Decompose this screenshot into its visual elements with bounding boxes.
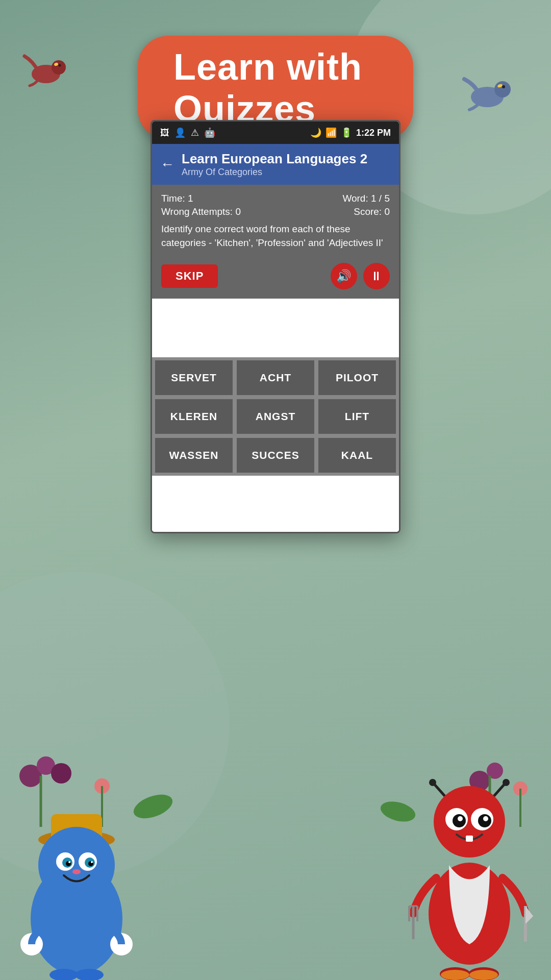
control-row: SKIP 🔊 ⏸: [152, 257, 399, 299]
wifi-icon: 📶: [325, 127, 337, 138]
skip-button[interactable]: SKIP: [161, 264, 218, 288]
wrong-stat: Wrong Attempts: 0: [161, 206, 241, 217]
word-label-wassen: WASSEN: [169, 449, 218, 461]
blue-blob-character: [10, 786, 143, 980]
bottom-area: [152, 476, 399, 532]
word-label: Word:: [342, 193, 368, 204]
svg-rect-50: [466, 836, 473, 842]
header-text-group: Learn European Languages 2 Army Of Categ…: [182, 151, 367, 178]
header-subtitle: Army Of Categories: [182, 167, 367, 178]
score-value: 0: [384, 206, 390, 217]
status-bar: 🖼 👤 ⚠ 🤖 🌙 📶 🔋 1:22 PM: [152, 121, 399, 144]
status-left-icons: 🖼 👤 ⚠ 🤖: [160, 127, 215, 138]
word-button-servet[interactable]: SERVET: [154, 359, 234, 396]
word-label-angst: ANGST: [256, 410, 296, 422]
word-button-wassen[interactable]: WASSEN: [154, 437, 234, 474]
bird-top-left: [20, 46, 77, 92]
svg-point-33: [91, 861, 93, 863]
quiz-stats-row-1: Time: 1 Word: 1 / 5: [161, 193, 390, 204]
svg-point-43: [434, 786, 505, 857]
svg-point-3: [502, 85, 505, 88]
svg-point-48: [458, 816, 463, 821]
status-right-icons: 🌙 📶 🔋 1:22 PM: [310, 127, 391, 138]
word-label-piloot: PILOOT: [336, 372, 379, 383]
time-display: 1:22 PM: [356, 128, 391, 138]
word-label-succes: SUCCES: [252, 449, 299, 461]
icon-buttons-group: 🔊 ⏸: [331, 263, 390, 289]
title-text: Learn with Quizzes: [173, 46, 362, 129]
wrong-value: 0: [235, 206, 241, 217]
svg-point-7: [59, 64, 61, 67]
word-button-piloot[interactable]: PILOOT: [317, 359, 397, 396]
app-header: ← Learn European Languages 2 Army Of Cat…: [152, 144, 399, 185]
score-label: Score:: [354, 206, 382, 217]
word-label-servet: SERVET: [171, 372, 217, 383]
word-label-acht: ACHT: [260, 372, 291, 383]
svg-point-1: [494, 81, 511, 97]
quiz-stats-row-2: Wrong Attempts: 0 Score: 0: [161, 206, 390, 217]
pause-icon: ⏸: [370, 269, 383, 283]
bird-top-right: [454, 66, 520, 117]
word-stat: Word: 1 / 5: [342, 193, 390, 204]
word-button-kaal[interactable]: KAAL: [317, 437, 397, 474]
warning-icon: ⚠: [191, 127, 199, 138]
quiz-description: Identify one correct word from each of t…: [161, 223, 390, 250]
svg-point-42: [503, 779, 510, 786]
score-stat: Score: 0: [354, 206, 390, 217]
time-label: Time:: [161, 193, 185, 204]
quiz-info-panel: Time: 1 Word: 1 / 5 Wrong Attempts: 0 Sc…: [152, 185, 399, 257]
sound-icon: 🔊: [336, 269, 352, 283]
sound-button[interactable]: 🔊: [331, 263, 357, 289]
battery-icon: 🔋: [341, 127, 352, 138]
time-stat: Time: 1: [161, 193, 193, 204]
pause-button[interactable]: ⏸: [363, 263, 390, 289]
svg-point-60: [441, 970, 469, 980]
wrong-label: Wrong Attempts:: [161, 206, 233, 217]
svg-point-49: [483, 816, 488, 821]
header-title: Learn European Languages 2: [182, 151, 367, 167]
word-button-lift[interactable]: LIFT: [317, 398, 397, 435]
moon-icon: 🌙: [310, 127, 321, 138]
back-button[interactable]: ←: [160, 156, 174, 173]
svg-point-10: [51, 763, 71, 783]
words-grid: SERVET ACHT PILOOT KLEREN ANGST LIFT WAS…: [152, 357, 399, 476]
android-icon: 🤖: [204, 127, 215, 138]
red-bug-character: [398, 776, 541, 980]
person-icon: 👤: [174, 127, 186, 138]
svg-point-25: [38, 827, 115, 903]
svg-point-61: [469, 970, 498, 980]
word-value: 1 / 5: [371, 193, 390, 204]
image-icon: 🖼: [160, 128, 169, 138]
svg-point-34: [72, 869, 81, 874]
word-button-succes[interactable]: SUCCES: [236, 437, 315, 474]
word-button-angst[interactable]: ANGST: [236, 398, 315, 435]
svg-point-5: [52, 60, 66, 75]
svg-point-40: [429, 779, 436, 786]
word-label-kaal: KAAL: [341, 449, 373, 461]
answer-area: [152, 299, 399, 357]
word-label-kleren: KLEREN: [170, 410, 217, 422]
time-value: 1: [188, 193, 193, 204]
word-button-kleren[interactable]: KLEREN: [154, 398, 234, 435]
svg-point-32: [68, 861, 70, 863]
word-button-acht[interactable]: ACHT: [236, 359, 315, 396]
word-label-lift: LIFT: [345, 410, 369, 422]
phone-frame: 🖼 👤 ⚠ 🤖 🌙 📶 🔋 1:22 PM ← Learn European L…: [151, 120, 400, 533]
